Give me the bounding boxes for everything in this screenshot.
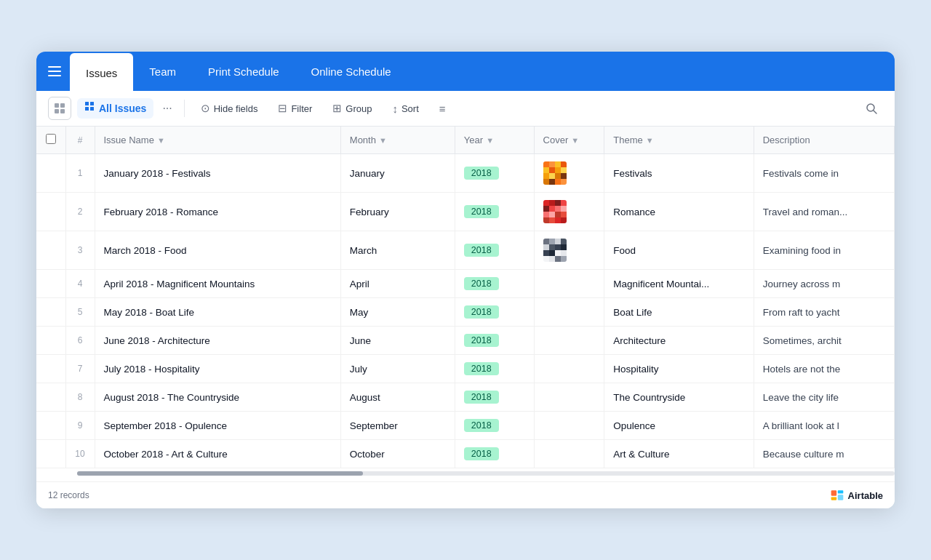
svg-rect-29 [543, 200, 549, 206]
nav-bar: Issues Team Print Schedule Online Schedu… [36, 52, 895, 91]
month-cell: January [340, 154, 455, 193]
issue-name-cell[interactable]: April 2018 - Magnificent Mountains [95, 270, 340, 298]
table-row[interactable]: 8August 2018 - The CountrysideAugust2018… [36, 383, 895, 412]
svg-rect-48 [543, 256, 549, 262]
table-row[interactable]: 4April 2018 - Magnificent MountainsApril… [36, 270, 895, 298]
svg-rect-17 [549, 161, 555, 167]
more-views-button[interactable]: ··· [159, 102, 175, 115]
view-selector[interactable]: All Issues [77, 98, 153, 119]
month-sort-icon: ▼ [379, 136, 387, 145]
svg-rect-44 [561, 217, 567, 223]
svg-rect-21 [555, 161, 561, 167]
svg-rect-18 [549, 167, 555, 173]
table-row[interactable]: 9September 2018 - OpulenceSeptember2018O… [36, 412, 895, 440]
row-checkbox-cell [36, 298, 65, 327]
description-cell: Examining food in [754, 231, 894, 270]
cover-cell [534, 355, 604, 383]
table-body: 1January 2018 - FestivalsJanuary2018Fest… [36, 154, 895, 468]
row-number: 9 [65, 412, 95, 440]
hide-fields-button[interactable]: ⊙ Hide fields [193, 98, 265, 119]
issue-name-cell[interactable]: July 2018 - Hospitality [95, 355, 340, 383]
svg-rect-14 [543, 167, 549, 173]
sort-button[interactable]: ↕ Sort [385, 99, 425, 119]
theme-column-header[interactable]: Theme ▼ [604, 127, 754, 154]
issue-name-column-header[interactable]: Issue Name ▼ [95, 127, 340, 154]
svg-rect-55 [555, 250, 561, 256]
row-number: 8 [65, 383, 95, 412]
horizontal-scrollbar[interactable] [36, 468, 895, 481]
month-cell: October [340, 440, 455, 468]
month-column-header[interactable]: Month ▼ [340, 127, 455, 154]
svg-rect-60 [561, 256, 567, 262]
year-badge: 2018 [464, 167, 499, 180]
description-column-header[interactable]: Description [754, 127, 894, 154]
row-checkbox-cell [36, 231, 65, 270]
svg-rect-23 [555, 173, 561, 179]
cover-sort-icon: ▼ [571, 136, 579, 145]
cover-column-header[interactable]: Cover ▼ [534, 127, 604, 154]
issue-name-cell[interactable]: February 2018 - Romance [95, 193, 340, 231]
month-cell: July [340, 355, 455, 383]
issue-name-cell[interactable]: August 2018 - The Countryside [95, 383, 340, 412]
cover-cell [534, 270, 604, 298]
year-cell: 2018 [455, 412, 534, 440]
num-column-header: # [65, 127, 95, 154]
year-badge: 2018 [464, 334, 499, 347]
issue-name-cell[interactable]: October 2018 - Art & Culture [95, 440, 340, 468]
cover-image [543, 239, 567, 262]
filter-icon: ⊟ [278, 102, 287, 115]
issue-name-cell[interactable]: March 2018 - Food [95, 231, 340, 270]
scrollbar-track [77, 471, 895, 476]
grid-toggle-button[interactable] [48, 97, 71, 120]
year-badge: 2018 [464, 362, 499, 375]
svg-rect-5 [55, 109, 59, 113]
table-row[interactable]: 7July 2018 - HospitalityJuly2018Hospital… [36, 355, 895, 383]
svg-rect-53 [555, 239, 561, 244]
checkbox-column-header[interactable] [36, 127, 65, 154]
svg-rect-13 [543, 161, 549, 167]
month-cell: June [340, 327, 455, 355]
year-column-header[interactable]: Year ▼ [455, 127, 534, 154]
group-button[interactable]: ⊞ Group [325, 98, 379, 119]
table-row[interactable]: 10October 2018 - Art & CultureOctober201… [36, 440, 895, 468]
theme-sort-icon: ▼ [646, 136, 654, 145]
row-checkbox-cell [36, 327, 65, 355]
table-row[interactable]: 5May 2018 - Boat LifeMay2018Boat LifeFro… [36, 298, 895, 327]
scrollbar-thumb[interactable] [77, 471, 363, 476]
issue-name-cell[interactable]: January 2018 - Festivals [95, 154, 340, 193]
tab-online-schedule[interactable]: Online Schedule [295, 52, 407, 91]
tab-team[interactable]: Team [133, 52, 192, 91]
description-cell: A brilliant look at l [754, 412, 894, 440]
row-height-button[interactable]: ≡ [432, 99, 453, 119]
view-label: All Issues [99, 103, 146, 114]
issues-table: # Issue Name ▼ Month ▼ [36, 127, 895, 468]
table-row[interactable]: 3March 2018 - FoodMarch2018FoodExamining… [36, 231, 895, 270]
theme-cell: Hospitality [604, 355, 754, 383]
issue-name-cell[interactable]: June 2018 - Architecture [95, 327, 340, 355]
description-cell: Hotels are not the [754, 355, 894, 383]
svg-rect-54 [555, 244, 561, 250]
svg-rect-64 [831, 497, 836, 500]
year-cell: 2018 [455, 231, 534, 270]
year-badge: 2018 [464, 447, 499, 460]
group-icon: ⊞ [332, 102, 342, 115]
description-cell: Festivals come in [754, 154, 894, 193]
svg-rect-57 [561, 239, 567, 244]
table-row[interactable]: 2February 2018 - RomanceFebruary2018Roma… [36, 193, 895, 231]
select-all-checkbox[interactable] [46, 134, 56, 144]
tab-issues[interactable]: Issues [70, 53, 133, 92]
cover-cell [534, 412, 604, 440]
year-badge: 2018 [464, 277, 499, 290]
year-badge: 2018 [464, 419, 499, 432]
description-cell: Sometimes, archit [754, 327, 894, 355]
table-row[interactable]: 1January 2018 - FestivalsJanuary2018Fest… [36, 154, 895, 193]
description-cell: From raft to yacht [754, 298, 894, 327]
row-number: 4 [65, 270, 95, 298]
issue-name-cell[interactable]: May 2018 - Boat Life [95, 298, 340, 327]
hamburger-icon[interactable] [48, 66, 61, 76]
table-row[interactable]: 6June 2018 - ArchitectureJune2018Archite… [36, 327, 895, 355]
issue-name-cell[interactable]: September 2018 - Opulence [95, 412, 340, 440]
search-button[interactable] [860, 97, 883, 120]
filter-button[interactable]: ⊟ Filter [271, 98, 319, 119]
tab-print-schedule[interactable]: Print Schedule [192, 52, 295, 91]
